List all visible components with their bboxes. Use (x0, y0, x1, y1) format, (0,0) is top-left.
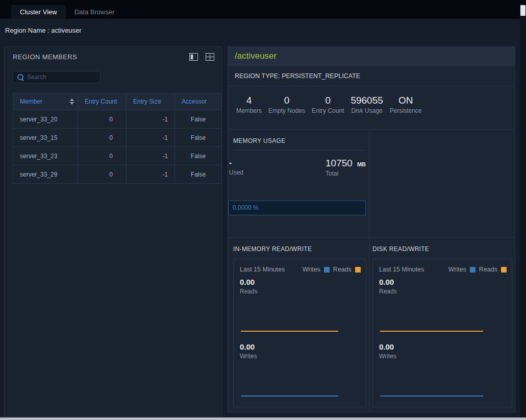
region-title: /activeuser (228, 47, 515, 66)
region-members-header: REGION MEMBERS (5, 47, 221, 66)
reads-color-swatch (355, 267, 361, 273)
writes-color-swatch (324, 267, 330, 273)
cell-member: server_33_20 (13, 110, 78, 129)
stat-label: Disk Usage (350, 107, 383, 114)
search-icon (17, 73, 24, 81)
stat-members: 4 Members (236, 95, 262, 129)
memory-total-value: 10750 (325, 158, 353, 169)
cell-entry-count: 0 (78, 165, 127, 184)
inmemory-chart-box: Last 15 Minutes Writes Reads 0.00 Reads … (233, 260, 366, 407)
stat-entry-count: 0 Entry Count (312, 95, 344, 129)
legend-reads-label: Reads (479, 266, 497, 273)
disk-chart-title: DISK READ/WRITE (372, 238, 512, 259)
reads-value: 0.00 (379, 278, 507, 287)
cell-entry-size: -1 (127, 110, 175, 129)
reads-sparkline (240, 297, 359, 332)
cell-accessor: False (175, 165, 222, 184)
cell-entry-size: -1 (127, 129, 175, 147)
writes-value: 0.00 (240, 342, 361, 352)
stat-persistence: ON Persistence (390, 95, 422, 129)
stat-empty-nodes: 0 Empty Nodes (268, 95, 305, 129)
horizontal-scrollbar[interactable] (0, 417, 526, 420)
cell-entry-count: 0 (78, 147, 127, 165)
stat-label: Empty Nodes (268, 107, 305, 114)
cell-entry-size: -1 (127, 147, 175, 165)
memory-usage-section: MEMORY USAGE - Used 10750 MB Total 0.000… (228, 130, 369, 237)
reads-color-swatch (501, 267, 507, 273)
memory-section-spacer (369, 130, 515, 237)
search-input[interactable] (27, 73, 106, 81)
table-row[interactable]: server_33_15 0 -1 False (13, 129, 222, 147)
table-row[interactable]: server_33_29 0 -1 False (13, 165, 222, 184)
inmemory-chart-title: IN-MEMORY READ/WRITE (233, 238, 366, 259)
writes-value: 0.00 (379, 342, 507, 352)
cell-member: server_33_15 (13, 129, 78, 147)
sort-icon[interactable] (70, 98, 74, 105)
region-detail-panel: /activeuser REGION TYPE: PERSISTENT_REPL… (228, 46, 515, 412)
cell-member: server_33_29 (13, 165, 78, 184)
memory-usage-title: MEMORY USAGE (233, 130, 366, 151)
stat-label: Persistence (390, 107, 422, 114)
stat-value: 0 (312, 95, 344, 106)
time-window-label: Last 15 Minutes (379, 266, 424, 273)
region-members-panel: REGION MEMBERS Member (4, 46, 222, 417)
column-header-member[interactable]: Member (13, 93, 78, 110)
members-table: Member Entry Count Entry Size Accessor s… (13, 93, 222, 184)
table-row[interactable]: server_33_23 0 -1 False (13, 147, 222, 165)
cell-entry-count: 0 (78, 110, 127, 129)
stat-disk-usage: 596055 Disk Usage (350, 95, 383, 129)
vertical-scrollbar[interactable] (520, 5, 526, 417)
cell-accessor: False (175, 147, 222, 165)
region-name-label: Region Name : activeuser (5, 27, 82, 34)
memory-usage-percent: 0.0000 % (233, 204, 259, 211)
tab-data-browser[interactable]: Data Browser (66, 5, 123, 19)
memory-usage-bar: 0.0000 % (228, 201, 366, 215)
writes-color-swatch (470, 267, 475, 273)
cell-accessor: False (175, 129, 222, 147)
inmemory-chart-panel: IN-MEMORY READ/WRITE Last 15 Minutes Wri… (228, 238, 369, 412)
column-header-entry-size[interactable]: Entry Size (127, 93, 175, 110)
cell-accessor: False (175, 110, 222, 129)
scrollbar-thumb[interactable] (520, 5, 525, 16)
table-row[interactable]: server_33_20 0 -1 False (13, 110, 222, 129)
writes-sparkline (240, 362, 359, 397)
region-stats: 4 Members 0 Empty Nodes 0 Entry Count 59… (228, 86, 515, 130)
reads-value: 0.00 (240, 278, 361, 287)
cell-entry-count: 0 (78, 129, 127, 147)
legend-writes-label: Writes (448, 266, 466, 273)
memory-used-value: - (229, 158, 243, 168)
disk-chart-panel: DISK READ/WRITE Last 15 Minutes Writes R… (369, 238, 515, 412)
stat-value: 0 (268, 95, 305, 106)
reads-label: Reads (240, 288, 361, 295)
grid-view-icon[interactable] (206, 53, 214, 61)
tab-cluster-view[interactable]: Cluster View (11, 5, 66, 19)
legend-writes-label: Writes (303, 266, 320, 273)
stat-value: ON (390, 95, 422, 106)
stat-value: 596055 (350, 95, 383, 106)
reads-label: Reads (379, 288, 507, 295)
region-type: REGION TYPE: PERSISTENT_REPLICATE (228, 66, 515, 86)
column-header-accessor[interactable]: Accessor (175, 93, 222, 110)
reads-sparkline (379, 297, 505, 332)
writes-label: Writes (379, 353, 507, 360)
time-window-label: Last 15 Minutes (240, 266, 285, 273)
cell-member: server_33_23 (13, 147, 78, 165)
memory-total-label: Total (325, 170, 366, 177)
legend-reads-label: Reads (333, 266, 352, 273)
search-box (13, 71, 101, 83)
stat-label: Members (236, 107, 262, 114)
detail-view-icon[interactable] (189, 53, 198, 61)
column-label: Member (20, 98, 42, 105)
writes-label: Writes (240, 353, 361, 360)
column-header-entry-count[interactable]: Entry Count (78, 93, 127, 110)
cell-entry-size: -1 (127, 165, 175, 184)
writes-sparkline (379, 362, 505, 397)
region-members-title: REGION MEMBERS (13, 53, 77, 61)
memory-total-unit: MB (357, 161, 366, 167)
stat-value: 4 (236, 95, 262, 106)
memory-used-label: Used (229, 169, 243, 176)
disk-chart-box: Last 15 Minutes Writes Reads 0.00 Reads … (372, 260, 512, 407)
stat-label: Entry Count (312, 107, 344, 114)
tab-bar: Cluster View Data Browser (0, 0, 526, 19)
